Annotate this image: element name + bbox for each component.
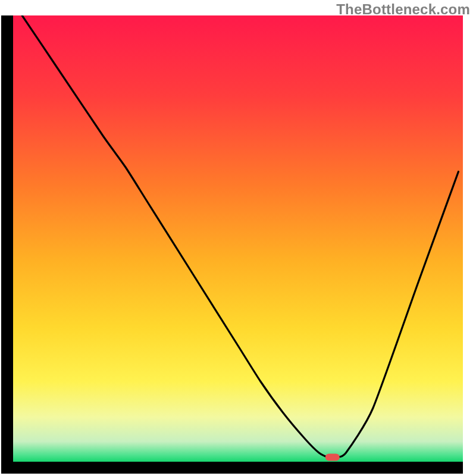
chart-container: TheBottleneck.com bbox=[0, 0, 476, 476]
x-axis bbox=[1, 462, 463, 474]
bottleneck-chart bbox=[0, 0, 476, 476]
y-axis bbox=[1, 15, 13, 474]
optimal-point-marker bbox=[325, 454, 340, 461]
plot-background bbox=[13, 15, 463, 462]
attribution-watermark: TheBottleneck.com bbox=[336, 1, 470, 18]
